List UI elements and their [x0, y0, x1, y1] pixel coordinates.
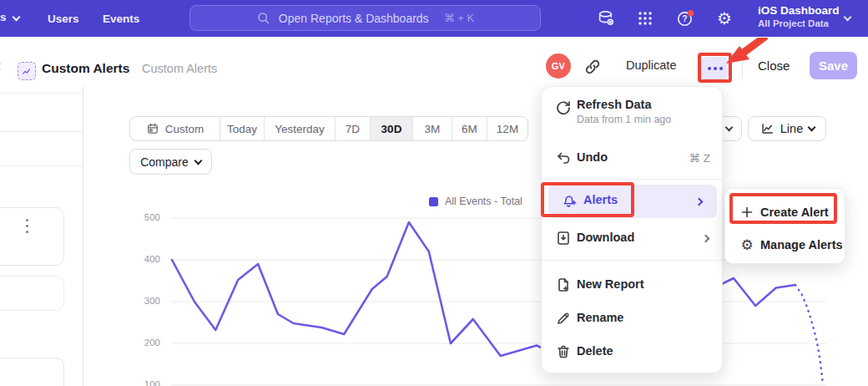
settings-gear-icon[interactable]: ⚙: [715, 9, 734, 28]
legend-swatch: [429, 197, 438, 206]
project-name: iOS Dashboard: [758, 3, 858, 18]
chevron-down-icon: [808, 124, 816, 132]
range-label: Yesterday: [275, 123, 325, 135]
menu-item-alerts[interactable]: Alerts: [548, 185, 717, 218]
trash-icon: [555, 343, 572, 360]
range-label: 12M: [497, 123, 518, 135]
chevron-right-icon: [702, 234, 710, 242]
menu-item-shortcut: ⌘ Z: [689, 151, 711, 165]
nav-item-users[interactable]: Users: [48, 0, 79, 37]
submenu-item-label: Manage Alerts: [760, 238, 843, 251]
chart-type-dropdown[interactable]: Line: [748, 116, 826, 141]
global-search-input[interactable]: Open Reports & Dashboards ⌘ + K: [189, 5, 541, 31]
chart-type-label: Line: [780, 122, 803, 135]
y-tick: 200: [125, 338, 160, 348]
apps-grid-icon[interactable]: [636, 9, 654, 28]
close-button[interactable]: Close: [758, 58, 790, 73]
nav-partial-item[interactable]: s: [0, 11, 19, 23]
nav-partial-label: s: [0, 11, 7, 23]
page-title: Custom Alerts: [42, 61, 129, 76]
range-30d-selected[interactable]: 30D: [370, 117, 412, 140]
menu-item-sublabel: Data from 1 min ago: [577, 114, 671, 125]
calendar-icon: [146, 122, 159, 135]
help-icon[interactable]: ?: [676, 9, 694, 28]
legend-label: All Events - Total: [445, 196, 522, 207]
submenu-item-label: Create Alert: [760, 206, 829, 219]
collapse-icon[interactable]: [0, 63, 3, 71]
divider: [542, 179, 724, 180]
compare-dropdown[interactable]: Compare: [129, 149, 212, 175]
data-management-icon[interactable]: [597, 9, 615, 28]
undo-icon: [555, 150, 572, 166]
download-icon: [555, 230, 572, 246]
query-card[interactable]: [0, 358, 64, 386]
more-options-button[interactable]: [701, 57, 729, 79]
line-chart-icon: [760, 121, 775, 136]
pencil-icon: [555, 310, 572, 327]
search-placeholder: Open Reports & Dashboards: [279, 12, 429, 25]
divider: [0, 131, 83, 132]
range-12m[interactable]: 12M: [487, 117, 527, 140]
range-label: 6M: [462, 123, 477, 135]
report-type-icon: [18, 62, 36, 80]
plus-icon: [739, 205, 754, 220]
menu-item-label: New Report: [577, 277, 644, 291]
submenu-item-manage-alerts[interactable]: ⚙ Manage Alerts: [725, 231, 846, 259]
range-label: Today: [227, 123, 257, 135]
query-card[interactable]: [0, 276, 64, 311]
menu-item-undo[interactable]: Undo ⌘ Z: [542, 144, 724, 172]
menu-item-label: Alerts: [583, 193, 618, 206]
bell-plus-icon: [562, 193, 578, 210]
menu-item-label: Rename: [577, 311, 623, 324]
menu-item-download[interactable]: Download: [542, 223, 724, 253]
kebab-menu-icon[interactable]: [26, 219, 28, 233]
app-window: 500 400 300 200 100 All Events - Total s…: [0, 0, 868, 386]
chevron-down-icon: [725, 124, 734, 132]
range-label: 30D: [381, 123, 402, 135]
refresh-icon: [555, 99, 572, 116]
range-label: 3M: [425, 123, 441, 135]
chevron-down-icon: [194, 156, 202, 165]
chevron-down-icon: [12, 13, 20, 22]
range-label: 7D: [346, 123, 360, 135]
breadcrumb: Custom Alerts: [142, 62, 217, 75]
compare-label: Compare: [140, 155, 189, 169]
nav-item-events[interactable]: Events: [103, 0, 139, 37]
project-scope: All Project Data: [758, 18, 858, 29]
more-options-menu: Refresh Data Data from 1 min ago Undo ⌘ …: [541, 86, 723, 373]
chevron-right-icon: [695, 197, 704, 206]
y-tick: 500: [125, 212, 160, 222]
menu-item-label: Delete: [577, 344, 613, 358]
top-nav-bar: s Users Events Open Reports & Dashboards…: [0, 0, 868, 37]
search-shortcut: ⌘ + K: [444, 12, 475, 24]
range-custom[interactable]: Custom: [130, 117, 220, 140]
range-7d[interactable]: 7D: [335, 117, 370, 140]
save-button[interactable]: Save: [810, 52, 857, 79]
menu-item-delete[interactable]: Delete: [542, 336, 724, 368]
date-range-control: Custom Today Yesterday 7D 30D 3M 6M 12M: [129, 116, 528, 141]
y-tick: 400: [125, 254, 160, 264]
avatar[interactable]: GV: [546, 53, 571, 79]
query-card[interactable]: [0, 207, 64, 266]
menu-item-rename[interactable]: Rename: [542, 302, 724, 334]
menu-item-label: Undo: [577, 150, 608, 164]
y-tick: 100: [125, 379, 160, 386]
submenu-item-create-alert[interactable]: Create Alert: [725, 198, 846, 226]
range-3m[interactable]: 3M: [412, 117, 452, 140]
menu-item-label: Refresh Data: [577, 98, 651, 111]
menu-item-label: Download: [577, 231, 634, 244]
divider: [742, 54, 743, 78]
range-yesterday[interactable]: Yesterday: [264, 117, 335, 140]
range-6m[interactable]: 6M: [452, 117, 487, 140]
range-today[interactable]: Today: [220, 117, 264, 140]
menu-item-new-report[interactable]: New Report: [542, 269, 724, 301]
divider: [0, 165, 83, 166]
svg-text:?: ?: [682, 14, 687, 23]
menu-item-refresh-data[interactable]: Refresh Data Data from 1 min ago: [542, 95, 724, 139]
share-link-icon[interactable]: [583, 58, 602, 76]
search-icon: [256, 11, 270, 25]
query-builder-panel: [0, 86, 83, 386]
duplicate-button[interactable]: Duplicate: [626, 58, 676, 72]
range-label: Custom: [165, 123, 204, 135]
chart-legend: All Events - Total: [429, 196, 522, 207]
